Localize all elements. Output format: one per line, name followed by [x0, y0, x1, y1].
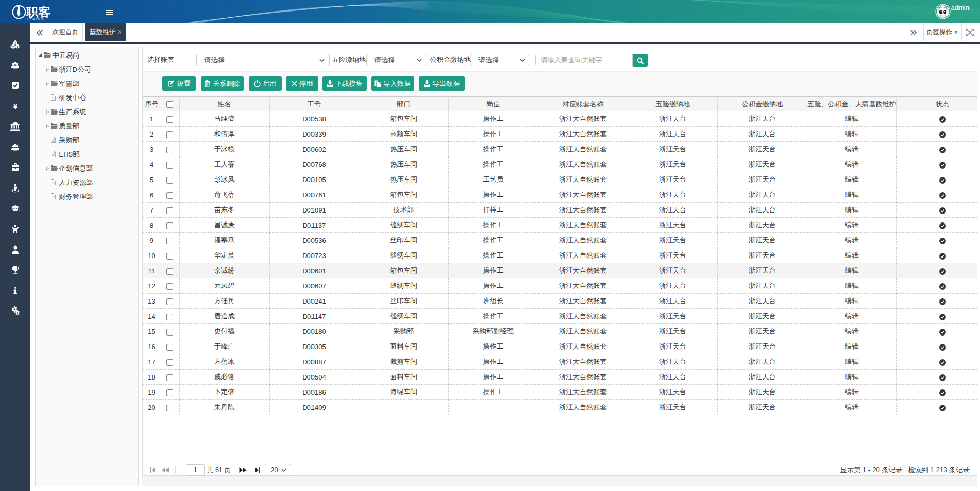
svg-text:¥: ¥: [13, 102, 17, 110]
svg-text:职客: 职客: [26, 5, 51, 19]
svg-text:IZHIKE: IZHIKE: [27, 18, 45, 21]
